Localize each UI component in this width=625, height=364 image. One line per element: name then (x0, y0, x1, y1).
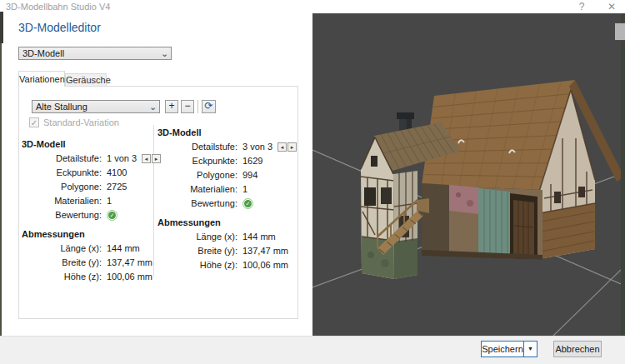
toolbar-divider (198, 100, 198, 113)
checkbox-check-icon: ✓ (29, 117, 39, 127)
house-model-render (312, 13, 621, 336)
width-row: Breite (y): 137,47 mm (158, 245, 299, 257)
help-icon[interactable]: ? (575, 1, 588, 12)
close-icon[interactable]: ✕ (605, 1, 618, 12)
height-row: Höhe (z): 100,06 mm (158, 259, 299, 271)
length-row: Länge (x): 144 mm (22, 242, 163, 254)
page-title: 3D-Modelleditor (18, 21, 101, 34)
window-title: 3D-Modellbahn Studio V4 (6, 2, 110, 12)
dims-heading: Abmessungen (22, 229, 163, 239)
materials-row: Materialien: 1 (22, 195, 163, 207)
barn-open-door (478, 188, 510, 256)
save-dropdown-button[interactable]: ▼ (523, 341, 538, 357)
tab-geraeusche[interactable]: Geräusche (65, 73, 107, 87)
model-heading: 3D-Modell (158, 127, 299, 137)
spin-left-icon[interactable]: ◂ (278, 142, 287, 152)
spin-right-icon[interactable]: ▸ (288, 142, 297, 152)
title-bar: 3D-Modellbahn Studio V4 ? ✕ (0, 0, 625, 13)
background-window-edge (621, 13, 625, 336)
remove-variation-button[interactable]: − (181, 100, 194, 113)
polygons-row: Polygone: 2725 (22, 181, 163, 192)
dims-heading: Abmessungen (158, 217, 299, 227)
chevron-down-icon: ⌄ (147, 102, 159, 112)
rating-ok-icon: ✓ (107, 210, 118, 221)
3d-viewport[interactable] (312, 13, 621, 336)
standard-variation-checkbox: ✓ Standard-Variation (29, 117, 119, 127)
background-window-scrollbar (614, 22, 625, 41)
materials-row: Materialien: 1 (158, 183, 299, 195)
width-row: Breite (y): 137,47 mm (22, 257, 163, 268)
variation-value: Alte Stallung (32, 102, 147, 112)
height-row: Höhe (z): 100,06 mm (22, 271, 163, 282)
variation-select[interactable]: Alte Stallung ⌄ (32, 100, 160, 113)
background-window-edge (0, 12, 2, 364)
cancel-button[interactable]: Abbrechen (553, 341, 602, 357)
model-type-select[interactable]: 3D-Modell ⌄ (18, 47, 172, 60)
vertices-row: Eckpunkte: 4100 (22, 167, 163, 178)
polygons-row: Polygone: 994 (158, 169, 299, 181)
save-button[interactable]: Speichern (481, 341, 524, 357)
rating-row: Bewertung: ✓ (22, 209, 163, 221)
model-stats-column-left: 3D-Modell Detailstufe: 1 von 3 ◂ ▸ Eckpu… (22, 139, 163, 282)
spin-left-icon[interactable]: ◂ (142, 154, 151, 163)
rating-row: Bewertung: ✓ (158, 197, 299, 209)
model-heading: 3D-Modell (22, 139, 163, 149)
app-window: 3D-Modellbahn Studio V4 ? ✕ (0, 0, 625, 364)
detail-spinner: ◂ ▸ (278, 142, 297, 152)
refresh-button[interactable]: ⟳ (202, 100, 216, 113)
detail-row: Detailstufe: 1 von 3 ◂ ▸ (22, 152, 163, 164)
background-window-corner (0, 12, 3, 43)
tab-variationen[interactable]: Variationen (18, 71, 65, 87)
rating-ok-icon: ✓ (242, 198, 253, 209)
add-variation-button[interactable]: + (165, 100, 178, 113)
chevron-down-icon: ⌄ (158, 48, 171, 59)
vertices-row: Eckpunkte: 1629 (158, 155, 299, 167)
model-type-value: 3D-Modell (19, 48, 158, 58)
standard-variation-label: Standard-Variation (43, 117, 119, 127)
length-row: Länge (x): 144 mm (158, 231, 299, 242)
chevron-down-icon: ▼ (528, 346, 533, 352)
grid-axis-line (553, 270, 621, 336)
detail-row: Detailstufe: 3 von 3 ◂ ▸ (158, 141, 299, 152)
model-stats-column-right: 3D-Modell Detailstufe: 3 von 3 ◂ ▸ Eckpu… (158, 127, 299, 271)
